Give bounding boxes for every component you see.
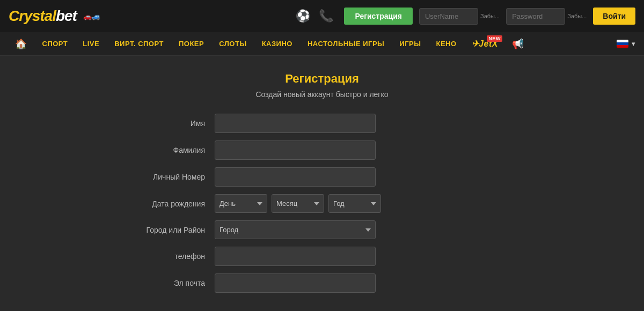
label-id-number: Личный Номер <box>118 173 215 181</box>
label-phone: телефон <box>118 252 215 261</box>
nav-language[interactable]: ▾ <box>617 40 635 48</box>
main-content: Регистрация Создай новый аккаунт быстро … <box>0 56 644 311</box>
username-forgot[interactable]: Забы... <box>480 13 500 19</box>
label-email: Эл почта <box>118 279 215 287</box>
password-group: Забы... <box>506 8 587 25</box>
row-last-name: Фамилия <box>118 140 526 160</box>
form-title: Регистрация <box>118 72 526 86</box>
dob-group: День Месяц Год <box>215 194 381 213</box>
row-email: Эл почта <box>118 273 526 293</box>
select-year[interactable]: Год <box>328 194 381 213</box>
select-city[interactable]: Город <box>215 220 376 239</box>
logo-area: Crystalbet 🚗🚙 <box>9 8 100 25</box>
row-phone: телефон <box>118 247 526 266</box>
input-first-name[interactable] <box>215 114 376 133</box>
lang-label: ▾ <box>632 40 635 48</box>
nav-item-virt-sport[interactable]: ВИРТ. СПОРТ <box>108 32 170 56</box>
logo: Crystalbet <box>9 8 77 25</box>
select-day[interactable]: День <box>215 194 267 213</box>
nav-item-keno[interactable]: КЕНО <box>429 32 463 56</box>
register-button[interactable]: Регистрация <box>344 8 413 25</box>
registration-form: Регистрация Создай новый аккаунт быстро … <box>118 72 526 293</box>
login-button[interactable]: Войти <box>593 8 635 25</box>
soccer-icon[interactable]: ⚽ <box>296 9 310 23</box>
new-badge: NEW <box>487 35 502 42</box>
row-city: Город или Район Город <box>118 220 526 239</box>
label-dob: Дата рождения <box>118 199 215 208</box>
password-forgot[interactable]: Забы... <box>567 13 587 19</box>
nav-megaphone[interactable]: 📢 <box>507 32 530 56</box>
nav-item-live[interactable]: LIVE <box>76 32 106 56</box>
password-input[interactable] <box>506 8 565 25</box>
form-subtitle: Создай новый аккаунт быстро и легко <box>118 90 526 99</box>
nav-item-games[interactable]: ИГРЫ <box>393 32 427 56</box>
nav-bar: 🏠 СПОРТ LIVE ВИРТ. СПОРТ ПОКЕР СЛОТЫ КАЗ… <box>0 32 644 56</box>
nav-item-poker[interactable]: ПОКЕР <box>172 32 210 56</box>
row-dob: Дата рождения День Месяц Год <box>118 194 526 213</box>
nav-item-slots[interactable]: СЛОТЫ <box>213 32 253 56</box>
header: Crystalbet 🚗🚙 ⚽ 📞 Регистрация Забы... За… <box>0 0 644 32</box>
nav-item-jetx[interactable]: NEW ✈JetX <box>465 32 504 56</box>
label-city: Город или Район <box>118 226 215 234</box>
flag-russia <box>617 40 628 48</box>
input-email[interactable] <box>215 273 376 293</box>
input-id-number[interactable] <box>215 167 376 187</box>
username-group: Забы... <box>419 8 500 25</box>
select-month[interactable]: Месяц <box>272 194 324 213</box>
nav-item-table-games[interactable]: НАСТОЛЬНЫЕ ИГРЫ <box>301 32 391 56</box>
nav-item-sport[interactable]: СПОРТ <box>36 32 75 56</box>
row-first-name: Имя <box>118 114 526 133</box>
nav-item-casino[interactable]: КАЗИНО <box>255 32 299 56</box>
row-id-number: Личный Номер <box>118 167 526 187</box>
label-first-name: Имя <box>118 119 215 128</box>
input-phone[interactable] <box>215 247 376 266</box>
input-last-name[interactable] <box>215 140 376 160</box>
label-last-name: Фамилия <box>118 146 215 154</box>
nav-home[interactable]: 🏠 <box>9 32 34 56</box>
phone-icon[interactable]: 📞 <box>319 9 333 23</box>
logo-cars: 🚗🚙 <box>80 12 100 20</box>
header-icons: ⚽ 📞 <box>296 9 333 23</box>
username-input[interactable] <box>419 8 478 25</box>
